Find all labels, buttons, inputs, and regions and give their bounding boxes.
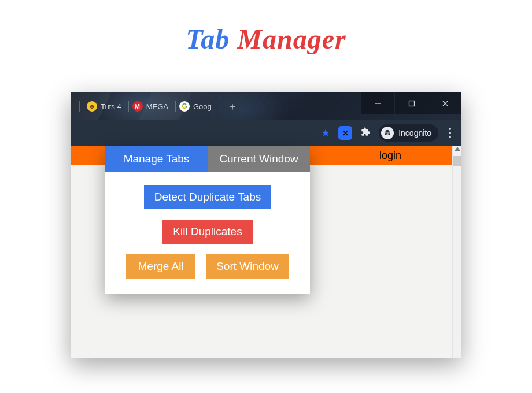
scroll-up-icon bbox=[455, 147, 460, 151]
title-word-tab: Tab bbox=[186, 24, 230, 54]
tab-strip: ☻ Tuts 4 M MEGA Goog ＋ bbox=[71, 92, 461, 120]
google-icon bbox=[179, 101, 190, 112]
minimize-button[interactable] bbox=[361, 92, 394, 114]
login-link[interactable]: login bbox=[379, 150, 401, 162]
scrollbar-thumb[interactable] bbox=[453, 156, 461, 166]
mega-icon: M bbox=[132, 101, 143, 112]
browser-window: ☻ Tuts 4 M MEGA Goog ＋ bbox=[71, 92, 461, 358]
tab-separator bbox=[219, 101, 219, 112]
page-viewport: login Manage Tabs Current Window Detect … bbox=[71, 146, 461, 358]
window-controls bbox=[361, 92, 461, 114]
popup-tabs: Manage Tabs Current Window bbox=[105, 146, 310, 172]
tab-separator bbox=[128, 101, 129, 112]
incognito-icon bbox=[381, 127, 394, 139]
close-icon bbox=[442, 100, 449, 107]
new-tab-button[interactable]: ＋ bbox=[225, 99, 240, 114]
close-button[interactable] bbox=[428, 92, 461, 114]
extensions-puzzle-icon[interactable] bbox=[360, 127, 371, 139]
svg-rect-1 bbox=[409, 101, 414, 106]
minimize-icon bbox=[375, 100, 382, 107]
tab-strip-divider bbox=[79, 101, 80, 112]
incognito-label: Incognito bbox=[398, 128, 431, 138]
browser-toolbar: ★ ✕ Incognito bbox=[71, 120, 461, 146]
bookmark-star-icon[interactable]: ★ bbox=[321, 127, 330, 139]
detect-duplicate-tabs-button[interactable]: Detect Duplicate Tabs bbox=[144, 185, 271, 209]
browser-tab-label: Tuts 4 bbox=[101, 102, 121, 111]
browser-tab[interactable]: Goog bbox=[177, 98, 217, 115]
smiley-icon: ☻ bbox=[87, 101, 97, 112]
title-word-manager: Manager bbox=[237, 24, 346, 54]
maximize-button[interactable] bbox=[394, 92, 428, 114]
tab-manage-tabs[interactable]: Manage Tabs bbox=[105, 146, 208, 172]
extension-button[interactable]: ✕ bbox=[338, 126, 352, 140]
tab-current-window[interactable]: Current Window bbox=[208, 146, 310, 172]
browser-menu-button[interactable] bbox=[446, 125, 453, 140]
incognito-indicator[interactable]: Incognito bbox=[379, 124, 438, 142]
extension-popup: Manage Tabs Current Window Detect Duplic… bbox=[105, 146, 310, 294]
tab-separator bbox=[175, 101, 176, 112]
vertical-scrollbar[interactable] bbox=[452, 146, 461, 358]
browser-tab-label: Goog bbox=[193, 102, 212, 111]
page-title: Tab Manager bbox=[0, 0, 532, 55]
sort-window-button[interactable]: Sort Window bbox=[206, 254, 289, 279]
merge-all-button[interactable]: Merge All bbox=[126, 254, 195, 279]
popup-body: Detect Duplicate Tabs Kill Duplicates Me… bbox=[105, 172, 310, 294]
browser-tab[interactable]: M MEGA bbox=[130, 98, 174, 115]
browser-tab-label: MEGA bbox=[146, 102, 168, 111]
maximize-icon bbox=[408, 100, 415, 107]
kill-duplicates-button[interactable]: Kill Duplicates bbox=[162, 220, 252, 244]
browser-tab[interactable]: ☻ Tuts 4 bbox=[84, 98, 127, 115]
